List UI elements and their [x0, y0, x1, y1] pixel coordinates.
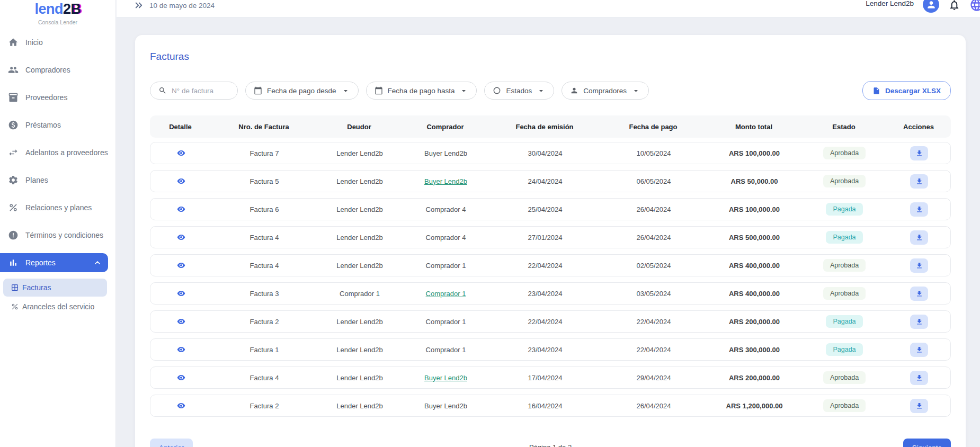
sidebar-item-relaciones-y-planes[interactable]: Relaciones y planes	[0, 198, 115, 217]
view-detail-button[interactable]	[177, 233, 185, 242]
sidebar-subitem-aranceles-del-servicio[interactable]: Aranceles del servicio	[3, 298, 107, 316]
calendar-icon	[254, 86, 262, 95]
table-body: Factura 7Lender Lend2bBuyer Lend2b30/04/…	[150, 142, 951, 417]
col-header-comprador: Comprador	[402, 123, 489, 131]
table-row: Factura 6Lender Lend2bComprador 425/04/2…	[150, 198, 951, 220]
breadcrumb: 10 de mayo de 2024	[134, 1, 215, 10]
cell-nro-factura: Factura 6	[211, 205, 317, 213]
cell-deudor: Lender Lend2b	[317, 177, 402, 185]
main-card: Facturas Fecha de pago desdeFecha de pag…	[135, 35, 966, 447]
filter-estados[interactable]: Estados	[484, 82, 554, 100]
col-header-fecha-de-emision: Fecha de emisión	[489, 123, 600, 131]
view-detail-button[interactable]	[177, 289, 185, 298]
table-row: Factura 3Comprador 1Comprador 123/04/202…	[150, 282, 951, 305]
comprador-text: Comprador 1	[426, 346, 466, 354]
download-invoice-button[interactable]	[910, 230, 928, 245]
download-invoice-button[interactable]	[910, 287, 928, 301]
download-invoice-button[interactable]	[910, 315, 928, 329]
download-xlsx-button[interactable]: Descargar XLSX	[862, 81, 951, 100]
cell-fecha-pago: 10/05/2024	[601, 149, 707, 157]
download-invoice-button[interactable]	[910, 174, 928, 189]
cell-monto-total: ARS 100,000.00	[707, 205, 802, 213]
comprador-link[interactable]: Buyer Lend2b	[424, 374, 467, 382]
brand-logo[interactable]: lend2B Consola Lender	[0, 0, 115, 25]
comprador-text: Buyer Lend2b	[424, 149, 467, 157]
download-invoice-button[interactable]	[910, 202, 928, 217]
comprador-link[interactable]: Comprador 1	[426, 290, 466, 298]
col-header-nro-de-factura: Nro. de Factura	[211, 123, 317, 131]
sidebar-item-inicio[interactable]: Inicio	[0, 33, 115, 52]
download-invoice-button[interactable]	[910, 258, 928, 273]
sidebar-item-proveedores[interactable]: Proveedores	[0, 88, 115, 107]
sidebar-subitem-label: Facturas	[22, 283, 51, 292]
cell-fecha-pago: 26/04/2024	[601, 402, 707, 410]
cell-deudor: Lender Lend2b	[317, 262, 402, 270]
view-detail-button[interactable]	[177, 345, 185, 354]
download-invoice-button[interactable]	[910, 146, 928, 160]
notifications-bell-icon[interactable]	[948, 0, 960, 11]
sidebar-item-label: Préstamos	[25, 121, 61, 129]
caret-down-icon	[537, 86, 546, 95]
user-avatar[interactable]	[923, 0, 939, 13]
download-invoice-button[interactable]	[910, 371, 928, 385]
sidebar-item-adelantos-a-proveedores[interactable]: Adelantos a proveedores	[0, 143, 115, 162]
table-row: Factura 5Lender Lend2bBuyer Lend2b24/04/…	[150, 170, 951, 192]
download-invoice-button[interactable]	[910, 343, 928, 357]
view-detail-button[interactable]	[177, 373, 185, 382]
invoice-search[interactable]	[150, 82, 238, 100]
sidebar-item-planes[interactable]: Planes	[0, 171, 115, 190]
view-detail-button[interactable]	[177, 317, 185, 326]
next-page-button[interactable]: Siguiente	[903, 439, 951, 447]
language-globe-icon[interactable]	[969, 0, 980, 12]
cell-deudor: Lender Lend2b	[317, 205, 402, 213]
table-header-row: DetalleNro. de FacturaDeudorCompradorFec…	[150, 115, 951, 138]
comprador-text: Comprador 4	[426, 234, 466, 242]
cell-detalle	[150, 205, 211, 213]
cell-monto-total: ARS 400,000.00	[707, 290, 802, 298]
cell-detalle	[150, 261, 211, 270]
cell-estado: Aprobada	[802, 287, 887, 300]
cell-comprador: Buyer Lend2b	[402, 374, 489, 382]
eye-icon	[177, 149, 185, 157]
sidebar-item-label: Proveedores	[25, 93, 67, 102]
filter-compradores[interactable]: Compradores	[562, 82, 649, 100]
cell-acciones	[887, 146, 951, 160]
view-detail-button[interactable]	[177, 149, 185, 157]
view-detail-button[interactable]	[177, 401, 185, 410]
download-icon	[915, 346, 923, 354]
view-detail-button[interactable]	[177, 205, 185, 213]
download-icon	[915, 205, 923, 213]
filter-fecha-de-pago-hasta[interactable]: Fecha de pago hasta	[366, 82, 477, 100]
eye-icon	[177, 261, 185, 270]
previous-page-button[interactable]: Anterior	[150, 439, 193, 447]
sidebar-collapse-icon[interactable]	[134, 1, 144, 10]
sidebar-item-compradores[interactable]: Compradores	[0, 60, 115, 79]
transfer-icon	[8, 147, 19, 158]
table-row: Factura 4Lender Lend2bBuyer Lend2b17/04/…	[150, 366, 951, 389]
cell-estado: Pagada	[802, 315, 887, 328]
download-icon	[915, 234, 923, 242]
cell-nro-factura: Factura 7	[211, 149, 317, 157]
comprador-link[interactable]: Buyer Lend2b	[424, 177, 467, 185]
caret-down-icon	[341, 86, 350, 95]
sidebar: lend2B Consola Lender InicioCompradoresP…	[0, 0, 116, 447]
eye-icon	[177, 233, 185, 242]
view-detail-button[interactable]	[177, 177, 185, 185]
cell-estado: Aprobada	[802, 259, 887, 272]
filter-label: Fecha de pago desde	[267, 87, 336, 95]
sidebar-item-prestamos[interactable]: Préstamos	[0, 115, 115, 135]
sidebar-subitem-facturas[interactable]: Facturas	[3, 279, 107, 297]
sidebar-item-terminos-y-condiciones[interactable]: Términos y condiciones	[0, 226, 115, 245]
table-row: Factura 1Lender Lend2bComprador 123/04/2…	[150, 338, 951, 361]
filter-fecha-de-pago-desde[interactable]: Fecha de pago desde	[245, 82, 359, 100]
view-detail-button[interactable]	[177, 261, 185, 270]
info-icon	[8, 230, 19, 240]
search-input[interactable]	[172, 87, 230, 95]
cell-monto-total: ARS 200,000.00	[707, 318, 802, 326]
sidebar-item-reportes[interactable]: Reportes	[0, 253, 108, 272]
download-invoice-button[interactable]	[910, 399, 928, 413]
cell-estado: Aprobada	[802, 175, 887, 187]
sidebar-item-label: Relaciones y planes	[25, 203, 92, 212]
status-badge: Pagada	[826, 203, 862, 216]
col-header-acciones: Acciones	[886, 123, 951, 131]
